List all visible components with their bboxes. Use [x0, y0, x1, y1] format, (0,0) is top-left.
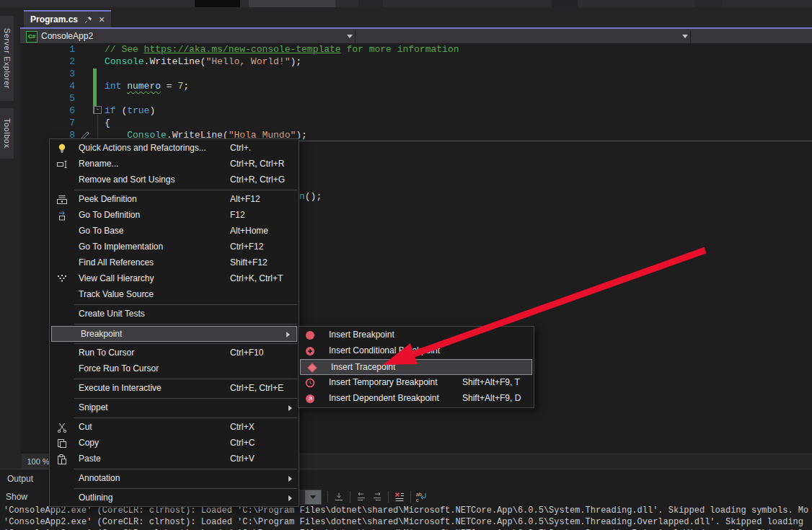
- code-text: Console.WriteLine("Hello, World!");: [105, 56, 301, 68]
- menu-item-label: Go To Definition: [79, 208, 140, 223]
- menu-item-shortcut: Shift+F12: [230, 255, 268, 270]
- tab-label: Program.cs: [30, 14, 78, 25]
- menu-item-force-run-to-cursor[interactable]: Force Run To Cursor: [50, 361, 299, 377]
- menu-item-rename[interactable]: Rename...Ctrl+R, Ctrl+R: [50, 156, 299, 172]
- line-number[interactable]: 4: [20, 80, 79, 92]
- code-token: n: [299, 191, 305, 202]
- menu-item-snippet[interactable]: Snippet: [50, 400, 299, 416]
- menu-item-shortcut: Ctrl+E, Ctrl+E: [230, 381, 283, 396]
- next-message-icon[interactable]: [369, 490, 385, 503]
- line-number[interactable]: 6: [20, 105, 79, 117]
- word-wrap-icon[interactable]: abc: [414, 490, 430, 503]
- line-number[interactable]: 7: [20, 117, 79, 129]
- code-line-5[interactable]: 5: [20, 92, 812, 105]
- code-fragment: n();: [299, 190, 322, 203]
- menu-item-breakpoint[interactable]: Breakpoint: [51, 326, 297, 342]
- menu-item-annotation[interactable]: Annotation: [50, 471, 299, 487]
- dropdown-button[interactable]: [305, 490, 321, 504]
- chevron-down-icon[interactable]: [347, 35, 353, 38]
- menu-item-find-all-references[interactable]: Find All ReferencesShift+F12: [50, 255, 299, 271]
- menu-item-shortcut: Shift+Alt+F9, T: [462, 375, 520, 390]
- show-label: Show: [6, 492, 27, 502]
- submenu-arrow-icon: [288, 405, 292, 411]
- menu-item-view-call-hierarchy[interactable]: View Call HierarchyCtrl+K, Ctrl+T: [50, 271, 299, 287]
- menu-item-copy[interactable]: CopyCtrl+C: [50, 436, 299, 451]
- menu-item-peek-definition[interactable]: Peek DefinitionAlt+F12: [50, 192, 299, 208]
- previous-message-icon[interactable]: [353, 490, 369, 503]
- menu-item-quick-actions-and-refactorings[interactable]: Quick Actions and Refactorings...Ctrl+.: [50, 141, 299, 156]
- code-token: numero: [127, 81, 161, 92]
- menu-item-shortcut: Ctrl+F12: [230, 239, 263, 255]
- line-number[interactable]: 2: [20, 56, 79, 68]
- fold-collapse-icon[interactable]: -: [94, 106, 102, 114]
- line-number[interactable]: 5: [20, 92, 79, 105]
- code-text: int numero = 7;: [105, 80, 189, 92]
- menu-item-execute-in-interactive[interactable]: Execute in InteractiveCtrl+E, Ctrl+E: [50, 381, 299, 397]
- code-line-1[interactable]: 1// See https://aka.ms/new-console-templ…: [20, 43, 812, 56]
- goto-end-icon[interactable]: [331, 490, 347, 503]
- menu-item-shortcut: Shift+Alt+F9, D: [462, 391, 521, 406]
- menu-item-insert-breakpoint[interactable]: Insert Breakpoint: [299, 327, 534, 343]
- menu-item-label: Insert Breakpoint: [329, 327, 394, 343]
- code-line-6[interactable]: 6if (true): [20, 105, 812, 117]
- close-icon[interactable]: ×: [99, 15, 105, 25]
- menu-item-outlining[interactable]: Outlining: [50, 490, 299, 506]
- chevron-down-icon[interactable]: [682, 35, 688, 38]
- code-line-4[interactable]: 4int numero = 7;: [20, 80, 812, 92]
- menu-item-insert-temporary-breakpoint[interactable]: Insert Temporary BreakpointShift+Alt+F9,…: [299, 375, 534, 391]
- strip-fragment: [552, 0, 578, 7]
- menu-item-label: Outlining: [79, 490, 112, 505]
- menu-item-go-to-implementation[interactable]: Go To ImplementationCtrl+F12: [50, 239, 299, 255]
- menu-item-track-value-source[interactable]: Track Value Source: [50, 287, 299, 303]
- menu-item-cut[interactable]: CutCtrl+X: [50, 420, 299, 436]
- menu-item-create-unit-tests[interactable]: Create Unit Tests: [50, 306, 299, 322]
- menu-item-shortcut: Ctrl+K, Ctrl+T: [230, 271, 283, 286]
- insert-conditional-breakpoint-icon: [304, 345, 316, 357]
- menu-item-label: Cut: [79, 420, 92, 435]
- menu-item-label: Insert Conditional Breakpoint: [329, 343, 440, 358]
- menu-item-insert-tracepoint[interactable]: Insert Tracepoint: [300, 359, 532, 375]
- strip-fragment: [694, 0, 722, 7]
- code-token: ): [149, 105, 155, 116]
- menu-item-run-to-cursor[interactable]: Run To CursorCtrl+F10: [50, 345, 299, 361]
- code-line-2[interactable]: 2Console.WriteLine("Hello, World!");: [20, 56, 812, 68]
- line-number[interactable]: 1: [20, 43, 79, 56]
- menu-item-paste[interactable]: PasteCtrl+V: [50, 451, 299, 467]
- menu-item-label: Run To Cursor: [79, 345, 134, 361]
- toolbar-separator: [410, 491, 411, 503]
- svg-text:ab: ab: [416, 492, 422, 497]
- menu-item-shortcut: Ctrl+V: [230, 451, 255, 467]
- menu-separator: [74, 190, 297, 190]
- code-line-7[interactable]: 7{: [20, 117, 812, 129]
- go-to-definition-icon: [56, 210, 68, 221]
- menu-item-go-to-base[interactable]: Go To BaseAlt+Home: [50, 224, 299, 239]
- strip-fragment: [249, 0, 335, 7]
- code-lines: 1// See https://aka.ms/new-console-templ…: [20, 43, 812, 141]
- menu-item-shortcut: Ctrl+C: [230, 436, 255, 451]
- navbar-divider: [355, 30, 356, 43]
- sidebar-tab-toolbox[interactable]: Toolbox: [0, 108, 14, 159]
- insert-dependent-breakpoint-icon: [304, 393, 316, 405]
- pin-icon[interactable]: [84, 15, 93, 25]
- tab-program-cs[interactable]: Program.cs ×: [24, 10, 111, 27]
- call-hierarchy-icon: [56, 273, 68, 285]
- menu-item-remove-and-sort-usings[interactable]: Remove and Sort UsingsCtrl+R, Ctrl+G: [50, 172, 299, 188]
- lightbulb-icon: [56, 143, 68, 154]
- insert-temporary-breakpoint-icon: [304, 377, 316, 389]
- strip-fragment: [195, 0, 240, 7]
- menu-item-insert-dependent-breakpoint[interactable]: Insert Dependent BreakpointShift+Alt+F9,…: [299, 391, 534, 407]
- menu-item-shortcut: Ctrl+R, Ctrl+R: [230, 156, 284, 172]
- menu-item-go-to-definition[interactable]: Go To DefinitionF12: [50, 208, 299, 224]
- project-dropdown[interactable]: ConsoleApp2: [41, 29, 93, 43]
- line-number[interactable]: 3: [20, 68, 79, 80]
- output-log[interactable]: 'ConsoleApp2.exe' (CoreCLR: clrhost): Lo…: [4, 505, 808, 530]
- insert-tracepoint-icon: [306, 362, 318, 374]
- sidebar-tab-server-explorer[interactable]: Server Explorer: [0, 16, 14, 101]
- menu-item-insert-conditional-breakpoint[interactable]: Insert Conditional Breakpoint: [299, 343, 534, 359]
- copy-icon: [56, 438, 68, 449]
- code-line-3[interactable]: 3: [20, 68, 812, 80]
- clear-all-icon[interactable]: [392, 490, 407, 503]
- cut-icon: [56, 422, 68, 433]
- menu-separator: [74, 488, 297, 489]
- menu-item-label: Create Unit Tests: [79, 306, 145, 322]
